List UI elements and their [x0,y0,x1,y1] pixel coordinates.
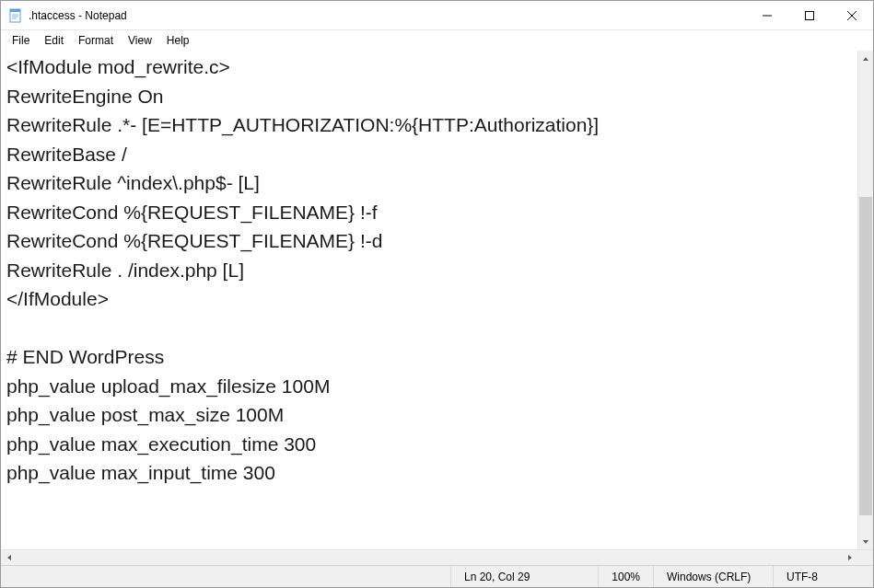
maximize-button[interactable] [788,1,831,29]
vertical-scrollbar[interactable] [857,51,873,549]
editor-area [1,51,873,549]
status-line-ending: Windows (CRLF) [654,566,774,587]
scroll-corner [857,550,873,565]
statusbar: Ln 20, Col 29 100% Windows (CRLF) UTF-8 [1,565,873,587]
vertical-scroll-track[interactable] [858,66,873,534]
scroll-right-arrow-icon[interactable] [842,550,857,565]
menu-file[interactable]: File [5,32,37,49]
close-button[interactable] [831,1,873,29]
svg-rect-6 [806,11,814,19]
svg-marker-12 [848,555,852,560]
menu-format[interactable]: Format [71,32,121,49]
horizontal-scrollbar[interactable] [1,549,873,565]
menu-view[interactable]: View [121,32,159,49]
text-editor[interactable] [1,51,857,549]
svg-marker-11 [7,555,11,560]
status-cursor-position: Ln 20, Col 29 [451,566,599,587]
scroll-down-arrow-icon[interactable] [858,534,873,549]
vertical-scroll-thumb[interactable] [859,197,872,514]
svg-marker-10 [863,540,868,544]
svg-marker-9 [863,57,868,61]
notepad-app-icon [8,8,23,23]
svg-rect-1 [10,9,20,12]
horizontal-scroll-track[interactable] [17,550,842,565]
scroll-up-arrow-icon[interactable] [858,51,873,66]
menu-help[interactable]: Help [159,32,197,49]
scroll-left-arrow-icon[interactable] [1,550,17,565]
titlebar: .htaccess - Notepad [1,1,873,30]
status-spacer [1,566,451,587]
menu-edit[interactable]: Edit [37,32,71,49]
status-encoding: UTF-8 [774,566,873,587]
status-zoom: 100% [599,566,654,587]
minimize-button[interactable] [746,1,788,29]
window-title: .htaccess - Notepad [29,9,127,22]
menubar: File Edit Format View Help [1,30,873,51]
window-controls [746,1,873,29]
